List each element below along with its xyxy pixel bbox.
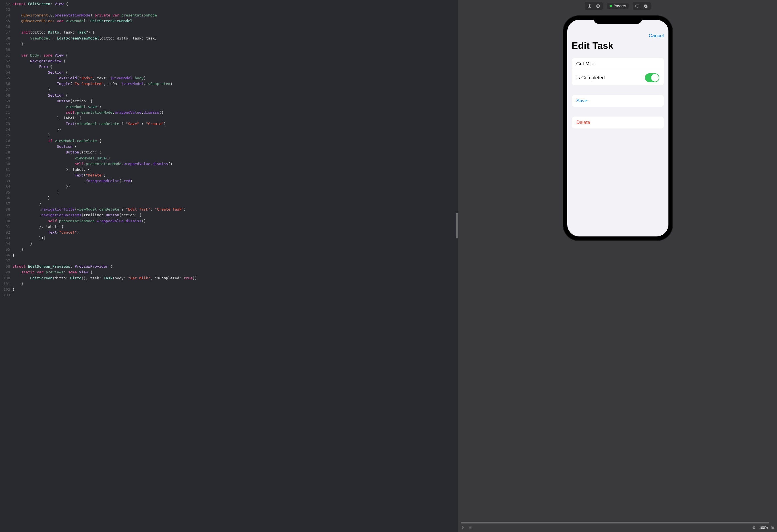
pin-icon[interactable]	[461, 526, 465, 530]
play-button[interactable]	[585, 3, 593, 9]
preview-status[interactable]: Preview	[607, 3, 629, 9]
form-section-delete: Delete	[572, 116, 664, 128]
svg-line-17	[773, 528, 774, 529]
svg-rect-4	[636, 5, 639, 7]
zoom-level: 100%	[759, 526, 768, 530]
preview-canvas[interactable]: Cancel Edit Task Is Completed	[458, 12, 777, 524]
is-completed-toggle[interactable]	[645, 73, 659, 82]
code-area[interactable]: struct EditScreen: View { @Environment(\…	[12, 0, 197, 532]
editor-scrollbar[interactable]	[456, 213, 458, 238]
svg-line-14	[755, 528, 756, 529]
phone-frame: Cancel Edit Task Is Completed	[563, 16, 672, 240]
cancel-button[interactable]: Cancel	[572, 33, 664, 39]
phone-screen: Cancel Edit Task Is Completed	[567, 20, 668, 236]
zoom-in-icon[interactable]	[771, 526, 775, 530]
line-gutter: 5253545556575859606162636465666768697071…	[0, 0, 12, 532]
zoom-out-icon[interactable]	[752, 526, 756, 530]
form-area: Is Completed Save Delete	[567, 53, 668, 143]
phone-notch	[594, 16, 642, 24]
preview-status-label: Preview	[614, 4, 626, 8]
code-editor[interactable]: 5253545556575859606162636465666768697071…	[0, 0, 458, 532]
toggle-label: Is Completed	[576, 75, 605, 81]
preview-pane: Preview Cancel Edit Task	[458, 0, 777, 532]
body-field-row[interactable]	[572, 58, 664, 70]
toggle-row[interactable]: Is Completed	[572, 70, 664, 85]
toolbar-segment-right	[633, 2, 651, 10]
delete-button[interactable]: Delete	[572, 116, 664, 128]
power-button[interactable]	[594, 3, 602, 9]
form-section-save: Save	[572, 95, 664, 107]
toggle-knob	[651, 74, 659, 82]
save-button[interactable]: Save	[572, 95, 664, 107]
duplicate-button[interactable]	[642, 3, 650, 9]
page-title: Edit Task	[572, 40, 664, 51]
preview-footer: 100%	[458, 524, 777, 532]
status-dot-icon	[609, 5, 612, 7]
preview-scrollbar-horizontal[interactable]	[461, 522, 769, 524]
app-nav-bar: Cancel Edit Task	[567, 20, 668, 53]
svg-marker-1	[589, 5, 590, 7]
device-button[interactable]	[634, 3, 642, 9]
form-section-fields: Is Completed	[572, 58, 664, 85]
list-icon[interactable]	[468, 526, 472, 530]
preview-toolbar: Preview	[458, 0, 777, 12]
toolbar-segment-left	[585, 2, 603, 10]
body-textfield[interactable]	[576, 61, 659, 67]
